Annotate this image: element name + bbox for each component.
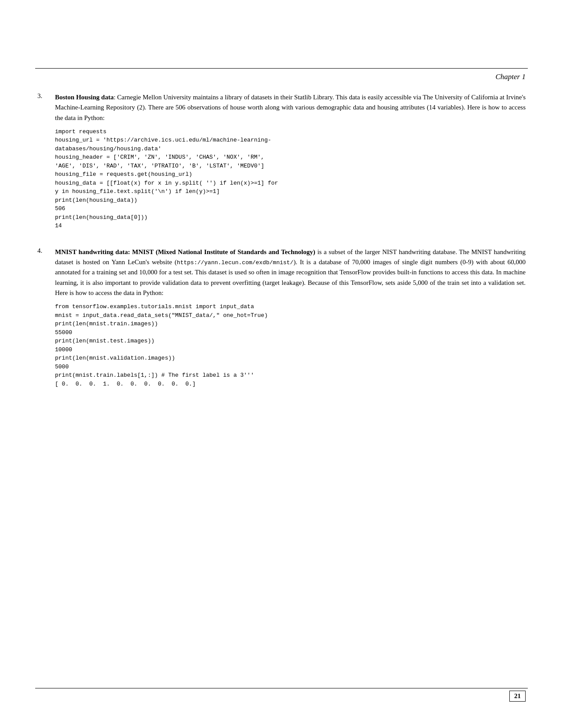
page-number-container: 21 bbox=[509, 691, 526, 702]
top-rule bbox=[35, 68, 528, 69]
item3-title: Boston Housing data bbox=[55, 94, 113, 101]
list-content-4: MNIST handwriting data: MNIST (Mixed Nat… bbox=[55, 247, 526, 393]
item4-code: from tensorflow.examples.tutorials.mnist… bbox=[55, 302, 526, 388]
content-area: 3. Boston Housing data: Carnegie Mellon … bbox=[37, 92, 526, 675]
page-number: 21 bbox=[514, 692, 521, 699]
item4-description: MNIST handwriting data: MNIST (Mixed Nat… bbox=[55, 247, 526, 298]
bottom-rule bbox=[35, 688, 528, 688]
list-number-4: 4. bbox=[37, 247, 55, 393]
chapter-label: Chapter 1 bbox=[496, 73, 526, 81]
item4-url: https://yann.lecun.com/exdb/mnist/ bbox=[177, 259, 293, 266]
chapter-header: Chapter 1 bbox=[496, 73, 526, 81]
item3-code: import requests housing_url = 'https://a… bbox=[55, 127, 526, 230]
item3-description: Boston Housing data: Carnegie Mellon Uni… bbox=[55, 92, 526, 123]
list-item-4: 4. MNIST handwriting data: MNIST (Mixed … bbox=[37, 247, 526, 393]
page-container: Chapter 1 3. Boston Housing data: Carneg… bbox=[0, 0, 563, 728]
page-number-box: 21 bbox=[509, 691, 526, 702]
list-content-3: Boston Housing data: Carnegie Mellon Uni… bbox=[55, 92, 526, 235]
list-item-3: 3. Boston Housing data: Carnegie Mellon … bbox=[37, 92, 526, 235]
list-number-3: 3. bbox=[37, 92, 55, 235]
item4-title: MNIST handwriting data: MNIST (Mixed Nat… bbox=[55, 248, 315, 255]
